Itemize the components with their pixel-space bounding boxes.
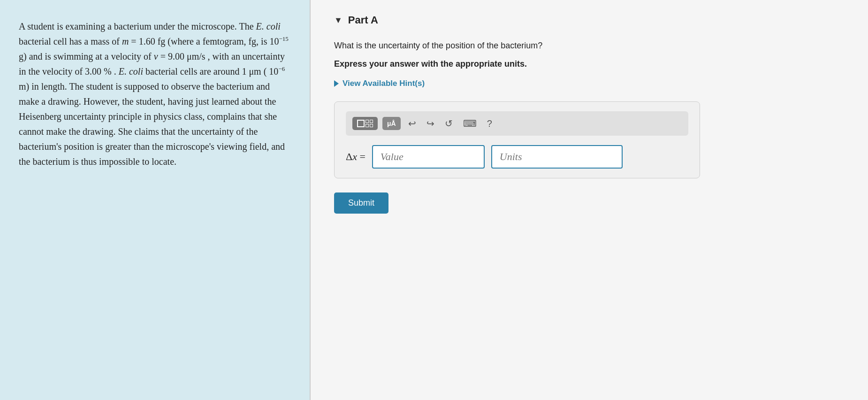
problem-text: A student is examining a bacterium under… <box>19 19 291 169</box>
undo-button[interactable]: ↩ <box>405 116 419 131</box>
reset-icon: ↺ <box>445 118 453 129</box>
right-panel: ▼ Part A What is the uncertainty of the … <box>311 0 868 400</box>
template-sq2 <box>370 120 373 123</box>
template-sq1 <box>365 120 369 123</box>
velocity-formula: v = 9.00 μm/s <box>154 51 206 62</box>
hint-text: View Available Hint(s) <box>343 79 425 88</box>
toolbar: μÅ ↩ ↪ ↺ ⌨ ? <box>346 111 688 136</box>
submit-button[interactable]: Submit <box>334 192 388 214</box>
template-icon <box>357 120 373 127</box>
hint-link[interactable]: View Available Hint(s) <box>334 79 845 88</box>
input-row: Δx = <box>346 145 688 169</box>
help-icon: ? <box>487 118 492 129</box>
undo-icon: ↩ <box>408 118 416 129</box>
part-header: ▼ Part A <box>334 14 845 26</box>
template-button[interactable] <box>352 117 378 130</box>
part-title: Part A <box>348 14 378 26</box>
hint-arrow-icon <box>334 80 339 87</box>
redo-button[interactable]: ↪ <box>424 116 437 131</box>
left-panel: A student is examining a bacterium under… <box>0 0 310 400</box>
help-button[interactable]: ? <box>484 116 495 131</box>
redo-icon: ↪ <box>426 118 434 129</box>
template-large-square <box>357 120 365 127</box>
units-input[interactable] <box>491 145 623 169</box>
reset-button[interactable]: ↺ <box>442 116 456 131</box>
keyboard-icon: ⌨ <box>463 118 477 129</box>
ecoli-italic-2: E. coli <box>119 66 143 77</box>
answer-box: μÅ ↩ ↪ ↺ ⌨ ? Δx = <box>334 101 700 178</box>
template-sq4 <box>370 124 373 127</box>
mu-button[interactable]: μÅ <box>382 117 401 130</box>
template-sq3 <box>365 124 369 127</box>
value-input[interactable] <box>372 145 485 169</box>
ecoli-italic-1: E. coli <box>256 21 281 31</box>
delta-x-label: Δx = <box>346 151 365 163</box>
template-small-squares <box>365 120 373 127</box>
instruction-text: Express your answer with the appropriate… <box>334 58 845 70</box>
keyboard-button[interactable]: ⌨ <box>460 116 480 131</box>
part-toggle-icon[interactable]: ▼ <box>334 15 343 25</box>
mu-label: μÅ <box>387 120 396 127</box>
question-text: What is the uncertainty of the position … <box>334 39 845 52</box>
